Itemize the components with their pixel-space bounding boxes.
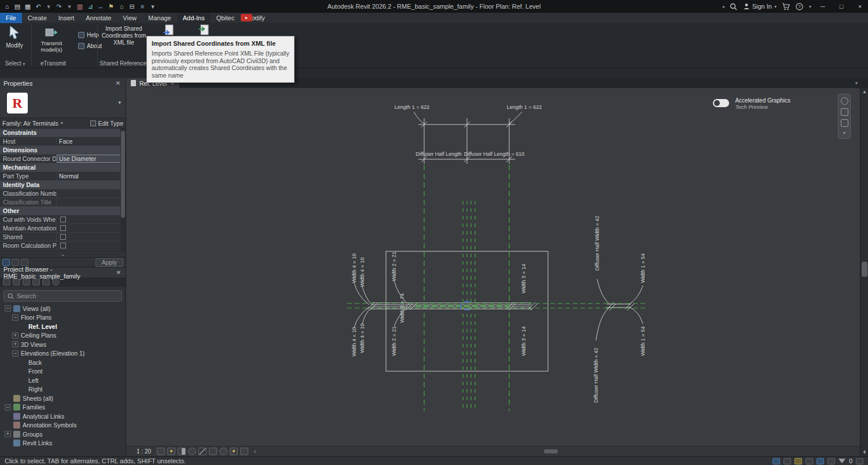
tree-item-front[interactable]: Front	[0, 367, 126, 376]
property-value[interactable]: Face	[57, 137, 126, 145]
tree-item-ref-level[interactable]: Ref. Level	[0, 322, 126, 331]
rendering-icon[interactable]	[188, 448, 196, 455]
navigation-wheel-icon[interactable]	[841, 97, 848, 105]
property-value[interactable]: Normal	[57, 172, 126, 180]
open-file-icon[interactable]: ▤	[13, 1, 22, 12]
app-home-icon[interactable]: ⌂	[2, 1, 12, 12]
tree-item-right[interactable]: Right	[0, 385, 126, 394]
select-pinned-icon[interactable]	[806, 458, 813, 464]
chevron-down-icon[interactable]: ▾	[61, 120, 63, 126]
tree-item-left[interactable]: Left	[0, 376, 126, 385]
property-value[interactable]	[57, 198, 126, 206]
checkbox[interactable]	[60, 243, 66, 248]
default-3d-view-icon[interactable]: ⌂	[117, 1, 126, 12]
browser-schedules-icon[interactable]	[32, 279, 40, 285]
close-icon[interactable]: ✕	[115, 269, 122, 276]
etransmit-panel-label[interactable]: eTransmit	[32, 59, 74, 68]
tree-item-views-all[interactable]: −Views (all)	[0, 304, 126, 313]
scrollbar-thumb[interactable]	[862, 262, 867, 277]
select-underlay-icon[interactable]	[795, 458, 802, 464]
property-value[interactable]	[57, 233, 126, 241]
zoom-icon[interactable]	[841, 108, 848, 116]
ribbon-tab-file[interactable]: File	[0, 13, 22, 23]
chevron-down-icon[interactable]: ▾	[118, 100, 121, 105]
ribbon-tab-qbitec[interactable]: Qbitec	[211, 13, 241, 23]
ribbon-tab-manage[interactable]: Manage	[142, 13, 177, 23]
editable-only-icon[interactable]	[773, 458, 780, 464]
select-by-face-icon[interactable]	[816, 458, 824, 464]
help-icon[interactable]: ?	[795, 2, 804, 11]
property-section-other[interactable]: Other	[0, 207, 126, 215]
ribbon-tab-view[interactable]: View	[117, 13, 142, 23]
save-icon[interactable]: ▦	[23, 1, 32, 12]
expand-icon[interactable]: +	[12, 341, 19, 347]
reveal-hidden-icon[interactable]	[230, 448, 238, 455]
modify-button[interactable]: Modify	[1, 25, 28, 58]
property-value[interactable]	[57, 241, 126, 250]
ribbon-tab-insert[interactable]: Insert	[53, 13, 80, 23]
property-value[interactable]: Use Diameter	[57, 155, 126, 163]
tab-list-dropdown-icon[interactable]: ▾	[855, 80, 858, 86]
tree-item-revit-links[interactable]: Revit Links	[0, 439, 126, 448]
collapse-icon[interactable]: −	[12, 314, 19, 321]
search-icon[interactable]	[729, 2, 738, 11]
browser-views-icon[interactable]	[13, 279, 20, 285]
about-button[interactable]: About	[76, 42, 104, 50]
browser-search-box[interactable]	[3, 290, 122, 302]
sort-grouped-icon[interactable]	[21, 259, 28, 266]
properties-header[interactable]: Properties ✕	[0, 78, 126, 88]
select-links-icon[interactable]	[784, 458, 791, 464]
visual-style-icon[interactable]	[157, 448, 165, 455]
scale-button[interactable]: 1 : 20	[126, 448, 157, 455]
undo-icon[interactable]: ↶	[34, 1, 43, 12]
vertical-scrollbar[interactable]: ▲ ▼	[860, 88, 868, 456]
tree-item-3d-views[interactable]: +3D Views	[0, 340, 126, 349]
tag-icon[interactable]: ⚑	[106, 1, 116, 12]
ribbon-tab-annotate[interactable]: Annotate	[80, 13, 117, 23]
property-section-dimensions[interactable]: Dimensions	[0, 146, 126, 155]
scroll-right-icon[interactable]: ›	[864, 448, 866, 454]
browser-sheets-icon[interactable]	[23, 279, 30, 285]
thin-lines-icon[interactable]: ≡	[138, 1, 147, 12]
family-selector-label[interactable]: Family: Air Terminals	[2, 120, 58, 127]
transmit-model-button[interactable]: Transmit model(s)	[34, 27, 69, 57]
tree-item-back[interactable]: Back	[0, 358, 126, 367]
expand-icon[interactable]: +	[5, 431, 11, 437]
scroll-up-icon[interactable]: ▲	[860, 88, 868, 96]
project-browser-header[interactable]: Project Browser - RME_basic_sample_famil…	[0, 268, 126, 277]
search-input[interactable]	[17, 292, 118, 299]
pan-icon[interactable]	[841, 119, 848, 127]
chevron-down-icon[interactable]: ▾	[843, 130, 845, 136]
measure-icon[interactable]: ⊿	[86, 1, 95, 12]
addin-media-tab[interactable]: ▸ ▾	[241, 14, 256, 21]
tree-item-floor-plans[interactable]: −Floor Plans	[0, 313, 126, 323]
browser-families-icon[interactable]	[42, 279, 50, 285]
qat-customize-icon[interactable]: ▾	[148, 1, 157, 12]
property-section-mechanical[interactable]: Mechanical	[0, 163, 126, 172]
sign-in-button[interactable]: Sign In ▾	[743, 3, 777, 10]
aligned-dimension-icon[interactable]: ↔	[96, 1, 105, 12]
close-icon[interactable]: ✕	[114, 80, 122, 86]
property-section-constraints[interactable]: Constraints	[0, 129, 126, 137]
ribbon-tab-add-ins[interactable]: Add-Ins	[177, 13, 211, 23]
temporary-hide-icon[interactable]	[219, 448, 227, 455]
edit-type-button[interactable]: Edit Type	[90, 120, 123, 127]
show-crop-icon[interactable]	[209, 448, 217, 455]
horizontal-scrollbar-thumb[interactable]	[544, 449, 558, 453]
expand-icon[interactable]: +	[12, 332, 19, 339]
property-value[interactable]	[57, 224, 126, 232]
maximize-button[interactable]: □	[834, 0, 848, 13]
drawing-canvas[interactable]: Length 1 = 622Length 1 = 622Diffuser Hal…	[126, 88, 860, 446]
accelerated-graphics-toggle[interactable]	[713, 99, 729, 107]
collapse-search-icon[interactable]: ◂	[722, 4, 724, 9]
shadows-icon[interactable]	[178, 448, 186, 455]
properties-expand-row[interactable]: ⌄	[0, 251, 126, 258]
redo-dropdown-icon[interactable]: ▾	[65, 1, 74, 12]
print-icon[interactable]: ▥	[75, 1, 84, 12]
property-value[interactable]	[57, 215, 126, 224]
collapse-icon[interactable]: −	[12, 350, 19, 357]
crop-region-icon[interactable]	[198, 448, 207, 455]
property-section-identity-data[interactable]: Identity Data	[0, 181, 126, 189]
background-processes-icon[interactable]	[856, 458, 863, 464]
properties-filter-icon[interactable]	[2, 259, 10, 266]
